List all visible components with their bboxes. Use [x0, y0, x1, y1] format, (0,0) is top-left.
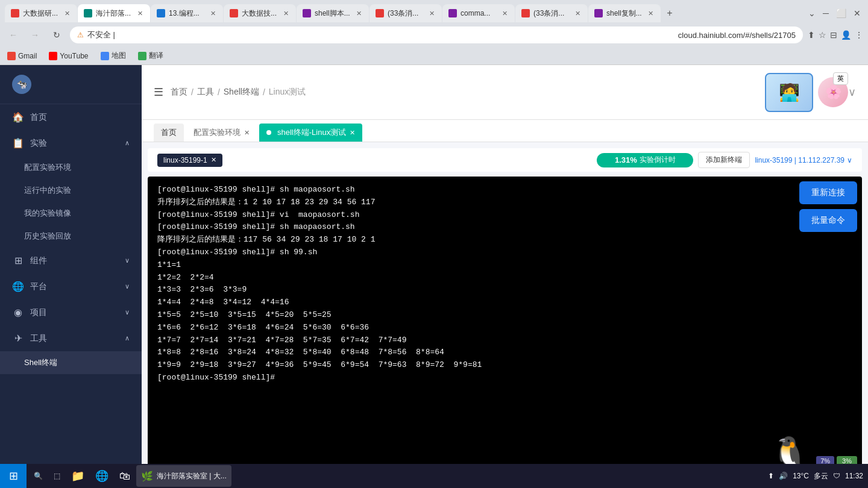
- sidebar-item-home[interactable]: 🏠 首页: [0, 104, 142, 130]
- mascot-expand-icon[interactable]: ∨: [848, 86, 856, 99]
- page-tab-shell-close[interactable]: ✕: [350, 129, 355, 137]
- reconnect-button[interactable]: 重新连接: [799, 181, 857, 204]
- network-icon[interactable]: ⬆: [768, 472, 774, 480]
- share-icon[interactable]: ⬆: [808, 30, 815, 40]
- tab-close-2[interactable]: ✕: [136, 10, 144, 17]
- bookmark-gmail[interactable]: Gmail: [5, 51, 39, 61]
- terminal-tab-close[interactable]: ✕: [211, 156, 216, 164]
- tab-label-5: shell脚本...: [315, 8, 351, 19]
- window-controls: ⌄ ─ ⬜ ✕: [806, 6, 863, 20]
- breadcrumb-tools[interactable]: 工具: [197, 87, 214, 98]
- hamburger-icon[interactable]: ☰: [154, 86, 163, 99]
- tab-favicon-2: [84, 9, 92, 17]
- terminal-line-9: 1*3=3 2*3=6 3*3=9: [157, 284, 852, 296]
- penguin-icon: 🐧: [771, 437, 808, 468]
- terminal[interactable]: [root@linux-35199 shell]# sh maopaosort.…: [148, 177, 862, 482]
- sidebar-item-project[interactable]: ◉ 项目 ∨: [0, 299, 142, 325]
- breadcrumb-home[interactable]: 首页: [171, 87, 187, 98]
- terminal-line-12: 1*6=6 2*6=12 3*6=18 4*6=24 5*6=30 6*6=36: [157, 322, 852, 334]
- close-window-button[interactable]: ✕: [851, 6, 863, 20]
- page-tab-config[interactable]: 配置实验环境 ✕: [186, 124, 257, 142]
- sidebar-item-experiment[interactable]: 📋 实验 ∧: [0, 130, 142, 156]
- browser-tab-5[interactable]: shell脚本... ✕: [297, 4, 369, 22]
- tab-favicon-9: [594, 9, 603, 17]
- tab-close-1[interactable]: ✕: [63, 10, 71, 17]
- sidebar-item-component[interactable]: ⊞ 组件 ∨: [0, 248, 142, 274]
- server-expand-icon[interactable]: ∨: [847, 156, 852, 164]
- tab-label-8: (33条消...: [533, 8, 570, 19]
- minimize-button[interactable]: ─: [820, 6, 831, 20]
- tab-label-6: (33条消...: [388, 8, 424, 19]
- menu-icon[interactable]: ⋮: [855, 30, 863, 40]
- maximize-button[interactable]: ⬜: [834, 6, 849, 20]
- profile-icon[interactable]: 👤: [841, 30, 851, 40]
- back-button[interactable]: ←: [5, 27, 22, 43]
- reload-button[interactable]: ↻: [48, 27, 65, 43]
- bookmark-maps[interactable]: 地图: [98, 49, 128, 62]
- page-tab-config-close[interactable]: ✕: [244, 129, 250, 137]
- sidebar-component-label: 组件: [30, 255, 119, 266]
- tab-close-5[interactable]: ✕: [354, 10, 363, 17]
- maps-favicon: [101, 52, 109, 60]
- project-icon: ◉: [12, 307, 24, 318]
- page-tab-shell[interactable]: shell终端-Linux测试 ✕: [259, 124, 362, 142]
- browser-tab-2[interactable]: 海汁部落... ✕: [78, 4, 150, 22]
- progress-percent: 1.31%: [615, 155, 637, 164]
- browser-tab-7[interactable]: comma... ✕: [442, 4, 515, 22]
- security-icon: ⚠: [77, 31, 84, 39]
- gmail-favicon: [7, 52, 16, 60]
- sidebar-item-platform[interactable]: 🌐 平台 ∨: [0, 274, 142, 299]
- speaker-icon[interactable]: 🔊: [779, 472, 788, 480]
- tab-close-8[interactable]: ✕: [573, 10, 582, 17]
- tab-overflow-button[interactable]: ⌄: [806, 6, 818, 20]
- terminal-tab-1[interactable]: linux-35199-1 ✕: [157, 154, 222, 167]
- add-terminal-button[interactable]: 添加新终端: [698, 152, 750, 168]
- tab-favicon-7: [448, 9, 457, 17]
- mascot-badge: 英: [833, 72, 848, 85]
- start-button[interactable]: ⊞: [0, 464, 27, 488]
- sidebar-image-label: 我的实验镜像: [24, 208, 71, 219]
- sidebar-subitem-shell[interactable]: Shell终端: [0, 351, 142, 374]
- browser-tab-3[interactable]: 13.编程... ✕: [151, 4, 223, 22]
- split-view-icon[interactable]: ⊟: [830, 30, 837, 40]
- sidebar-item-tools[interactable]: ✈ 工具 ∧: [0, 325, 142, 351]
- taskbar-file-explorer[interactable]: 📁: [66, 465, 89, 487]
- sidebar-running-label: 运行中的实验: [24, 185, 71, 196]
- taskbar-edge[interactable]: 🌐: [90, 465, 113, 487]
- sidebar-subitem-running[interactable]: 运行中的实验: [0, 179, 142, 202]
- progress-container: 1.31% 实验倒计时: [597, 153, 693, 167]
- tab-close-7[interactable]: ✕: [500, 10, 509, 17]
- tab-close-3[interactable]: ✕: [209, 10, 217, 17]
- breadcrumb-shell[interactable]: Shell终端: [224, 87, 259, 98]
- address-input[interactable]: ⚠ 不安全 | cloud.hainiubl.com/#/shells/2170…: [70, 27, 803, 43]
- sidebar-subitem-image[interactable]: 我的实验镜像: [0, 202, 142, 225]
- app-favicon: 🌿: [141, 471, 153, 482]
- time-display: 11:32: [845, 472, 863, 480]
- bookmark-translate[interactable]: 翻译: [136, 49, 166, 62]
- mascot-image: 🧑‍💻: [765, 73, 813, 112]
- tab-close-6[interactable]: ✕: [427, 10, 436, 17]
- tab-close-9[interactable]: ✕: [646, 10, 655, 17]
- taskbar-taskview[interactable]: ⬚: [49, 465, 65, 487]
- bookmark-youtube[interactable]: YouTube: [46, 51, 90, 61]
- taskbar-search[interactable]: 🔍: [29, 465, 48, 487]
- platform-icon: 🌐: [12, 281, 24, 292]
- new-tab-button[interactable]: +: [661, 5, 678, 22]
- page-tab-home[interactable]: 首页: [154, 124, 184, 142]
- browser-tab-6[interactable]: (33条消... ✕: [370, 4, 442, 22]
- bookmark-icon[interactable]: ☆: [819, 30, 826, 40]
- tab-favicon-6: [376, 9, 384, 17]
- taskbar-store[interactable]: 🛍: [115, 465, 135, 487]
- browser-tab-4[interactable]: 大数据技... ✕: [224, 4, 296, 22]
- browser-tab-8[interactable]: (33条消... ✕: [515, 4, 588, 22]
- tab-close-4[interactable]: ✕: [281, 10, 290, 17]
- sidebar-subitem-config-env[interactable]: 配置实验环境: [0, 156, 142, 179]
- batch-command-button[interactable]: 批量命令: [799, 209, 857, 232]
- forward-button[interactable]: →: [27, 27, 43, 43]
- server-info-text: linux-35199 | 11.112.227.39: [755, 156, 844, 164]
- sidebar-subitem-history[interactable]: 历史实验回放: [0, 225, 142, 248]
- taskbar-active-app[interactable]: 🌿 海汁部落实验室 | 大...: [136, 465, 231, 487]
- browser-tab-9[interactable]: shell复制... ✕: [588, 4, 661, 22]
- terminal-line-13: 1*7=7 2*7=14 3*7=21 4*7=28 5*7=35 6*7=42…: [157, 334, 852, 347]
- browser-tab-1[interactable]: 大数据研... ✕: [5, 4, 77, 22]
